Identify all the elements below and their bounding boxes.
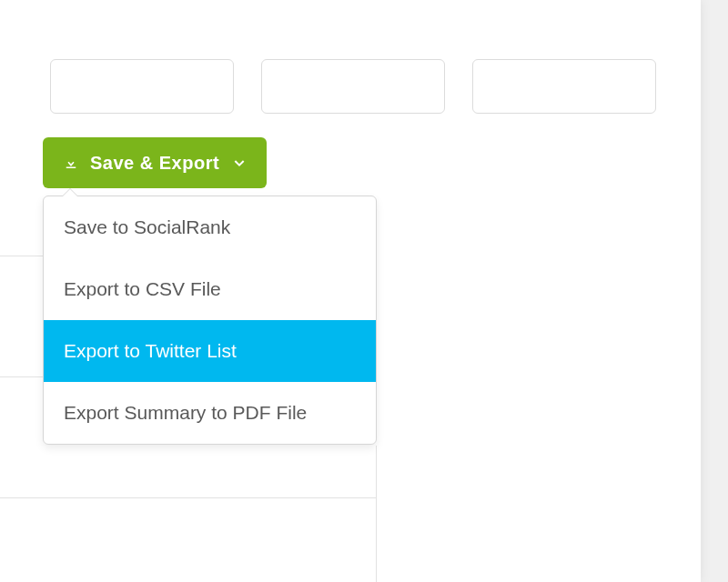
menu-item-export-csv[interactable]: Export to CSV File [44,258,376,320]
menu-item-label: Save to SocialRank [64,216,230,238]
filter-select-3[interactable] [472,59,656,114]
filter-select-2[interactable] [261,59,445,114]
save-export-menu: Save to SocialRank Export to CSV File Ex… [43,196,377,445]
menu-item-export-pdf-summary[interactable]: Export Summary to PDF File [44,382,376,444]
chevron-down-icon [232,156,247,170]
menu-item-export-twitter-list[interactable]: Export to Twitter List [44,320,376,382]
column-separator [376,446,377,582]
filter-row [50,59,656,114]
download-icon [63,155,79,171]
menu-item-label: Export to Twitter List [64,340,237,362]
menu-item-label: Export to CSV File [64,278,221,300]
content-card: Save & Export Save to SocialRank Export … [0,0,701,582]
menu-item-label: Export Summary to PDF File [64,402,307,424]
save-export-label: Save & Export [90,153,219,174]
save-export-button[interactable]: Save & Export [43,137,267,188]
row-separator [0,497,377,498]
filter-select-1[interactable] [50,59,234,114]
menu-item-save-socialrank[interactable]: Save to SocialRank [44,196,376,258]
